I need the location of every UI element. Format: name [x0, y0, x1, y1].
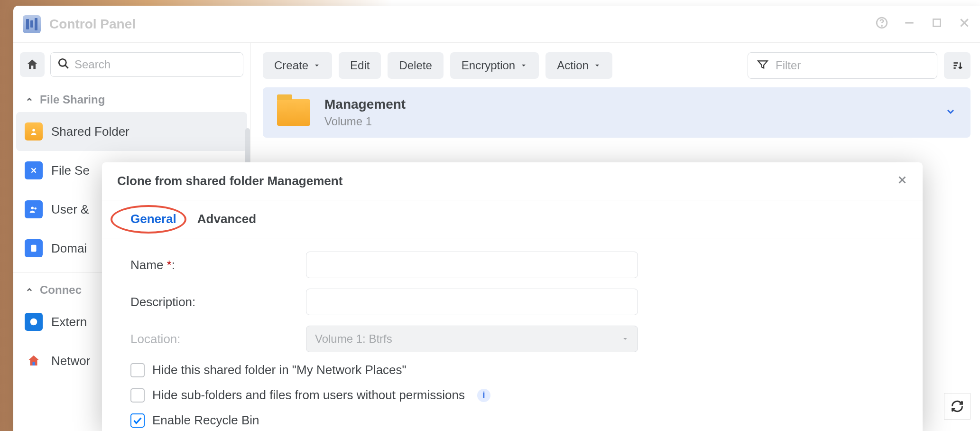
folder-icon: [277, 99, 310, 126]
svg-rect-11: [31, 245, 37, 252]
sidebar-item-label: File Se: [51, 163, 90, 178]
section-connectivity-label: Connec: [40, 283, 82, 297]
tab-general[interactable]: General: [130, 212, 176, 238]
modal-title: Clone from shared folder Management: [117, 174, 342, 188]
description-input[interactable]: [306, 289, 638, 315]
edit-label: Edit: [350, 59, 370, 72]
user-group-icon: [25, 200, 43, 218]
window-title: Control Panel: [49, 17, 136, 32]
action-label: Action: [557, 59, 589, 72]
search-field-wrap[interactable]: [50, 52, 243, 77]
action-button[interactable]: Action: [545, 52, 612, 79]
home-button[interactable]: [20, 52, 45, 77]
sidebar-item-label: Domai: [51, 241, 87, 256]
filter-icon: [757, 58, 769, 73]
recycle-label: Enable Recycle Bin: [152, 413, 259, 428]
svg-point-1: [881, 25, 882, 26]
folder-volume: Volume 1: [324, 115, 406, 128]
app-icon: [23, 15, 41, 33]
titlebar: Control Panel: [13, 6, 980, 43]
hide-network-label: Hide this shared folder in "My Network P…: [152, 363, 407, 377]
svg-line-7: [65, 65, 68, 68]
sidebar-item-label: User &: [51, 202, 89, 217]
folder-name: Management: [324, 97, 406, 112]
hide-sub-label: Hide sub-folders and files from users wi…: [152, 388, 465, 403]
svg-point-6: [59, 59, 66, 66]
toolbar: Create Edit Delete Encryption Action: [263, 52, 971, 79]
sidebar-item-shared-folder[interactable]: Shared Folder: [16, 112, 247, 151]
location-select: Volume 1: Btrfs: [306, 326, 638, 352]
domain-icon: [25, 239, 43, 257]
location-value: Volume 1: Btrfs: [315, 332, 392, 346]
filter-input[interactable]: [776, 59, 928, 72]
window-controls: [876, 17, 971, 32]
external-icon: [25, 313, 43, 331]
close-icon[interactable]: [958, 17, 971, 32]
description-label: Description:: [130, 295, 306, 309]
modal-close-button[interactable]: [897, 175, 907, 188]
recycle-row[interactable]: Enable Recycle Bin: [130, 413, 894, 428]
edit-button[interactable]: Edit: [339, 52, 381, 79]
minimize-icon[interactable]: [903, 17, 915, 32]
section-file-sharing-label: File Sharing: [40, 93, 105, 106]
encryption-label: Encryption: [462, 59, 515, 72]
delete-button[interactable]: Delete: [388, 52, 443, 79]
caret-down-icon: [313, 62, 321, 69]
folder-row-management[interactable]: Management Volume 1: [263, 87, 971, 138]
filter-field-wrap[interactable]: [748, 52, 937, 79]
hide-sub-row[interactable]: Hide sub-folders and files from users wi…: [130, 388, 894, 403]
hide-network-checkbox[interactable]: [130, 363, 145, 377]
sort-button[interactable]: [944, 52, 971, 79]
folder-icon: [25, 122, 43, 141]
file-services-icon: [25, 161, 43, 179]
sidebar-item-label: Shared Folder: [51, 124, 129, 139]
hide-sub-checkbox[interactable]: [130, 388, 145, 403]
encryption-button[interactable]: Encryption: [450, 52, 539, 79]
expand-icon[interactable]: [945, 106, 956, 119]
hide-network-row[interactable]: Hide this shared folder in "My Network P…: [130, 363, 894, 377]
clone-modal: Clone from shared folder Management Gene…: [102, 162, 923, 431]
svg-point-10: [34, 207, 37, 210]
caret-down-icon: [520, 62, 527, 69]
caret-down-icon: [593, 62, 601, 69]
refresh-button[interactable]: [944, 393, 971, 420]
sidebar-item-label: Extern: [51, 315, 87, 329]
svg-rect-3: [933, 19, 940, 26]
network-icon: [25, 352, 43, 370]
svg-point-8: [32, 129, 35, 132]
location-label: Location:: [130, 332, 306, 347]
caret-down-icon: [621, 335, 629, 343]
svg-rect-13: [33, 362, 35, 366]
delete-label: Delete: [399, 59, 432, 72]
section-file-sharing[interactable]: File Sharing: [13, 87, 250, 112]
name-input[interactable]: [306, 252, 638, 278]
help-icon[interactable]: [876, 17, 888, 32]
search-icon: [57, 57, 70, 72]
tab-advanced[interactable]: Advanced: [197, 212, 256, 238]
svg-point-9: [31, 207, 34, 210]
svg-point-12: [30, 319, 37, 326]
search-input[interactable]: [74, 58, 236, 71]
create-button[interactable]: Create: [263, 52, 332, 79]
sidebar-item-label: Networ: [51, 354, 90, 368]
recycle-checkbox[interactable]: [130, 413, 145, 428]
name-label: Name *:: [130, 258, 306, 272]
create-label: Create: [274, 59, 308, 72]
info-icon[interactable]: i: [477, 389, 490, 402]
maximize-icon[interactable]: [931, 17, 943, 32]
